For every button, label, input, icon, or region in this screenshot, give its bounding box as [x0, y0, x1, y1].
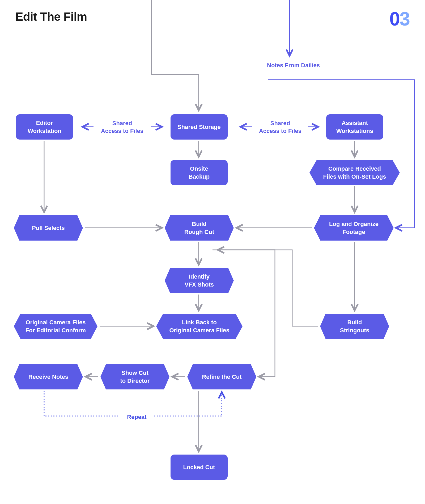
- label-repeat: Repeat: [124, 413, 150, 421]
- stage-digit-1: 0: [389, 8, 400, 30]
- stage-number: 03: [389, 8, 410, 30]
- diagram-canvas: Edit The Film 03 EditorWorkstation Share…: [0, 0, 425, 504]
- label-shared-right: SharedAccess to Files: [256, 120, 304, 135]
- node-onsite-backup: OnsiteBackup: [171, 160, 228, 185]
- node-shared-storage: Shared Storage: [171, 114, 228, 140]
- node-build-stringouts: BuildStringouts: [320, 314, 389, 339]
- node-pull-selects: Pull Selects: [14, 215, 83, 241]
- node-compare-received: Compare ReceivedFiles with On-Set Logs: [309, 160, 400, 185]
- page-title: Edit The Film: [15, 10, 87, 23]
- node-assistant-workstations: AssistantWorkstations: [326, 114, 383, 140]
- node-build-rough-cut: BuildRough Cut: [165, 215, 234, 241]
- label-notes-from-dailies: Notes From Dailies: [267, 62, 328, 69]
- node-identify-vfx: IdentifyVFX Shots: [165, 268, 234, 293]
- node-log-organize: Log and OrganizeFootage: [314, 215, 394, 241]
- node-show-cut: Show Cutto Director: [100, 364, 169, 389]
- node-original-camera-files: Original Camera FilesFor Editorial Confo…: [14, 314, 97, 339]
- node-locked-cut: Locked Cut: [171, 455, 228, 480]
- node-link-back: Link Back toOriginal Camera Files: [156, 314, 243, 339]
- label-shared-left: SharedAccess to Files: [98, 120, 146, 135]
- node-receive-notes: Receive Notes: [14, 364, 83, 389]
- stage-digit-2: 3: [400, 8, 410, 30]
- connectors: [0, 0, 425, 504]
- node-refine-cut: Refine the Cut: [187, 364, 256, 389]
- node-editor-workstation: EditorWorkstation: [16, 114, 73, 140]
